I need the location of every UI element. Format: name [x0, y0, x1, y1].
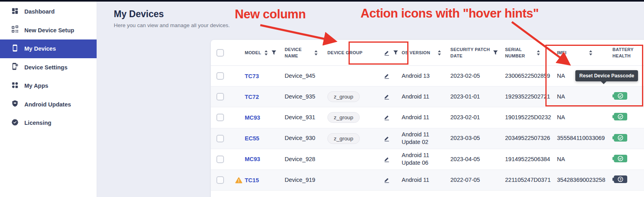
security-patch-date-value: 2023-02-01 — [450, 114, 480, 122]
sidebar-item-my-apps[interactable]: My Apps — [0, 77, 97, 95]
edit-pencil-icon[interactable] — [384, 73, 390, 79]
security-patch-date-value: 2023-01-01 — [450, 93, 480, 101]
edit-pencil-icon[interactable] — [384, 50, 390, 56]
device-name-cell: Device_945 — [279, 72, 327, 80]
filter-icon[interactable] — [393, 50, 398, 55]
edit-pencil-icon[interactable] — [384, 114, 390, 120]
sidebar-item-android-updates[interactable]: Android Updates — [0, 95, 97, 114]
battery-unknown-icon: ? — [612, 175, 627, 185]
svg-text:?: ? — [619, 177, 622, 181]
sidebar-item-licensing[interactable]: Licensing — [0, 114, 97, 132]
row-checkbox[interactable] — [216, 93, 224, 100]
serial-number-value: 190195225D0232 — [505, 114, 551, 122]
model-link[interactable]: TC73 — [245, 73, 259, 79]
model-cell: MC93 — [233, 114, 279, 121]
model-link[interactable]: TC72 — [245, 94, 259, 100]
os-version-value: Android 11 — [402, 176, 429, 184]
os-version-cell: Android 11 — [398, 114, 444, 122]
row-checkbox[interactable] — [216, 135, 224, 142]
row-checkbox[interactable] — [216, 114, 224, 121]
imei-value: NA — [557, 72, 565, 80]
serial-number-value: 23006522502859 — [505, 72, 550, 80]
serial-number-cell: 20349522507326 — [504, 134, 556, 142]
edit-pencil-icon[interactable] — [384, 136, 390, 142]
sidebar-item-label: Licensing — [24, 120, 52, 126]
sidebar-item-device-settings[interactable]: Device Settings — [0, 58, 97, 77]
model-cell: TC15 — [233, 177, 279, 183]
sort-icon[interactable] — [537, 50, 540, 55]
serial-number-value: 221105247D0371 — [505, 176, 551, 184]
shield-android-icon — [11, 100, 19, 109]
battery-health-cell — [610, 134, 640, 143]
edit-pencil-icon[interactable] — [384, 177, 390, 183]
os-version-cell: Android 11 — [398, 93, 444, 101]
battery-health-cell — [610, 92, 640, 101]
edit-pencil-icon[interactable] — [384, 156, 390, 162]
sort-icon[interactable] — [438, 50, 441, 55]
device-group-chip: z_group — [327, 91, 360, 102]
device-name-cell: Device_935 — [279, 93, 327, 101]
actions-cell — [640, 175, 644, 185]
device-group-chip: z_group — [327, 133, 360, 144]
column-header-device_name: DEVICE NAME — [279, 46, 327, 59]
serial-number-value: 20349522507326 — [505, 134, 550, 142]
column-label: DEVICE NAME — [285, 46, 310, 59]
model-link[interactable]: MC93 — [245, 114, 260, 121]
edit-cell — [378, 73, 398, 79]
column-header-select — [211, 49, 233, 57]
column-label: OS VERSION — [402, 49, 430, 56]
column-label: SECURITY PATCH DATE — [450, 46, 495, 59]
device-name-value: Device_935 — [285, 93, 315, 101]
imei-cell: NA — [556, 114, 610, 122]
device-name-cell: Device_928 — [279, 156, 327, 164]
row-checkbox[interactable] — [216, 72, 224, 80]
security-patch-date-cell: 2022-07-05 — [444, 176, 504, 184]
sidebar-item-my-devices[interactable]: My Devices — [0, 39, 97, 58]
row-select-cell — [211, 156, 233, 163]
edit-pencil-icon[interactable] — [384, 94, 390, 100]
security-patch-date-value: 2023-04-05 — [450, 156, 480, 164]
os-version-cell: Android 11 — [398, 176, 444, 184]
security-patch-date-value: 2022-07-05 — [450, 176, 480, 184]
sidebar: DashboardNew Device SetupMy DevicesDevic… — [0, 2, 97, 197]
smartphone-icon — [11, 44, 19, 53]
app-window: DashboardNew Device SetupMy DevicesDevic… — [0, 0, 644, 197]
actions-cell — [640, 71, 644, 81]
sidebar-item-new-device-setup[interactable]: New Device Setup — [0, 21, 97, 40]
device-row-device_919: TC15Device_919Android 112022-07-05221105… — [211, 170, 644, 191]
battery-health-cell — [610, 113, 640, 122]
model-link[interactable]: EC55 — [245, 135, 259, 142]
device-group-cell: z_group — [327, 133, 378, 144]
device-row-device_930: EC55Device_930z_groupAndroid 11 Update 0… — [211, 128, 644, 149]
battery-good-icon — [612, 113, 627, 122]
select-all-checkbox[interactable] — [216, 49, 224, 57]
device-name-value: Device_930 — [285, 134, 315, 142]
page-title: My Devices — [114, 9, 164, 20]
model-cell: EC55 — [233, 135, 279, 142]
apps-icon — [11, 81, 19, 91]
imei-cell: 355584110033069 — [556, 134, 610, 142]
actions-cell — [640, 112, 644, 123]
sort-icon[interactable] — [264, 50, 268, 55]
os-version-value: Android 11 Update 06 — [402, 152, 429, 167]
row-checkbox[interactable] — [216, 156, 224, 163]
os-version-value: Android 11 — [402, 114, 429, 122]
os-version-cell: Android 11 Update 06 — [398, 152, 444, 167]
model-link[interactable]: MC93 — [245, 156, 260, 162]
imei-cell: 354283690023258 — [556, 176, 610, 184]
security-patch-date-value: 2023-03-05 — [450, 134, 480, 142]
table-footer-strip — [211, 191, 644, 197]
model-link[interactable]: TC15 — [245, 177, 259, 183]
filter-icon[interactable] — [493, 50, 498, 55]
battery-good-icon — [612, 134, 627, 143]
model-cell: TC73 — [233, 73, 279, 79]
sort-icon[interactable] — [314, 50, 318, 55]
imei-value: NA — [557, 93, 565, 101]
device-name-cell: Device_930 — [279, 134, 327, 142]
column-label: BATTERY HEALTH — [612, 46, 638, 59]
sidebar-item-dashboard[interactable]: Dashboard — [0, 2, 97, 21]
filter-icon[interactable] — [271, 50, 276, 55]
sidebar-item-label: My Devices — [24, 45, 56, 52]
row-checkbox[interactable] — [216, 176, 224, 184]
sort-icon[interactable] — [589, 50, 592, 55]
